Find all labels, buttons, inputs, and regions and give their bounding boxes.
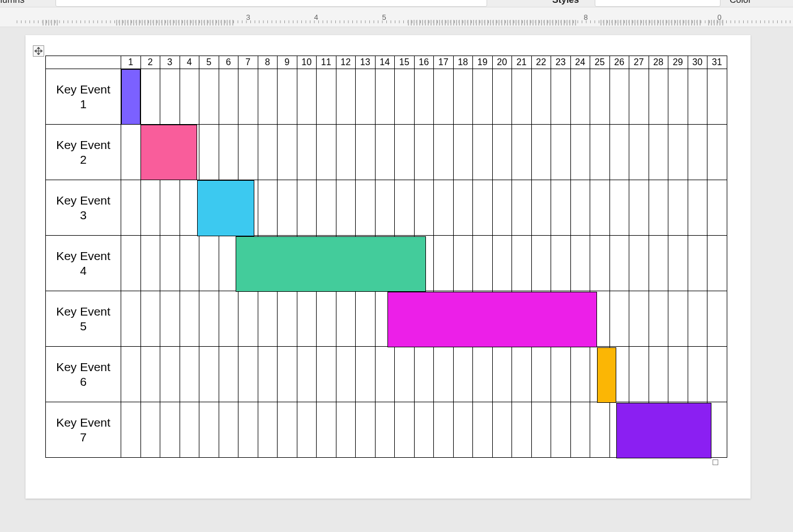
gantt-cell [238,402,258,458]
toolbar-field[interactable] [56,0,487,7]
gantt-cell [453,236,473,291]
svg-rect-308 [634,20,636,25]
day-header: 6 [219,56,238,69]
svg-rect-278 [527,20,528,25]
svg-rect-251 [450,20,451,25]
svg-rect-333 [711,20,712,25]
gantt-cell [551,347,571,402]
gantt-cell [199,402,219,458]
day-header: 23 [551,56,571,69]
gantt-cell [356,236,376,291]
gantt-cell [160,236,180,291]
gantt-cell [121,180,141,236]
day-header: 15 [395,56,415,69]
svg-rect-201 [136,20,137,25]
gantt-header-row: 1234567891011121314151617181920212223242… [46,56,727,69]
row-label: Key Event7 [46,402,121,458]
gantt-cell [317,180,336,236]
svg-text:4: 4 [314,13,318,22]
svg-rect-332 [708,20,709,25]
svg-rect-230 [218,20,219,25]
gantt-cell [453,180,473,236]
day-header: 18 [453,56,473,69]
gantt-cell [512,347,532,402]
table-resize-handle[interactable] [713,459,718,465]
day-header: 17 [434,56,454,69]
svg-rect-213 [170,20,171,25]
svg-rect-329 [694,20,695,25]
gantt-cell [512,125,532,180]
toolbar-color-label: Color [730,0,751,5]
day-header: 27 [629,56,649,69]
gantt-cell [180,291,199,347]
gantt-cell [258,69,278,125]
gantt-cell [668,180,688,236]
gantt-row: Key Event3 [46,180,727,236]
gantt-cell [180,69,199,125]
day-header: 30 [688,56,707,69]
svg-rect-313 [649,20,650,25]
gantt-cell [551,291,571,347]
gantt-cell [180,125,199,180]
gantt-cell [512,69,532,125]
gantt-cell [590,69,610,125]
day-header: 21 [512,56,532,69]
svg-text:5: 5 [382,13,386,22]
gantt-cell [551,180,571,236]
gantt-cell [278,69,297,125]
svg-rect-217 [181,20,182,25]
gantt-cell [414,180,434,236]
day-header: 20 [492,56,512,69]
gantt-cell [297,125,317,180]
svg-rect-274 [515,20,517,25]
svg-rect-279 [530,20,531,25]
gantt-cell [238,69,258,125]
gantt-row: Key Event1 [46,69,727,125]
svg-rect-253 [456,20,457,25]
day-header: 11 [317,56,336,69]
gantt-cell [609,69,629,125]
gantt-cell [531,69,551,125]
svg-rect-316 [657,20,658,25]
move-icon [35,47,42,55]
svg-rect-237 [411,20,412,25]
gantt-cell [414,291,434,347]
svg-rect-289 [558,20,559,25]
gantt-cell [570,69,590,125]
day-header: 22 [531,56,551,69]
gantt-cell [629,236,649,291]
gantt-cell [395,125,415,180]
gantt-cell [160,69,180,125]
gantt-cell [668,69,688,125]
styles-dropdown[interactable] [595,0,720,7]
gantt-cell [258,236,278,291]
gantt-cell [609,291,629,347]
svg-rect-318 [663,20,664,25]
svg-rect-192 [54,20,55,25]
svg-rect-320 [668,20,670,25]
svg-rect-204 [144,20,146,25]
gantt-cell [414,69,434,125]
gantt-cell [395,291,415,347]
svg-rect-305 [626,20,627,25]
table-move-handle[interactable] [33,45,44,57]
svg-rect-258 [470,20,471,25]
gantt-cell [121,69,141,125]
gantt-cell [531,402,551,458]
gantt-cell [199,291,219,347]
gantt-cell [278,236,297,291]
gantt-cell [512,236,532,291]
svg-rect-252 [453,20,454,25]
svg-rect-309 [637,20,638,25]
gantt-cell [278,347,297,402]
gantt-cell [707,291,727,347]
gantt-cell [356,125,376,180]
gantt-cell [492,125,512,180]
gantt-cell [551,125,571,180]
gantt-cell [453,291,473,347]
gantt-cell [336,347,356,402]
gantt-cell [570,180,590,236]
svg-rect-277 [524,20,525,25]
gantt-cell [609,125,629,180]
svg-rect-221 [193,20,194,25]
